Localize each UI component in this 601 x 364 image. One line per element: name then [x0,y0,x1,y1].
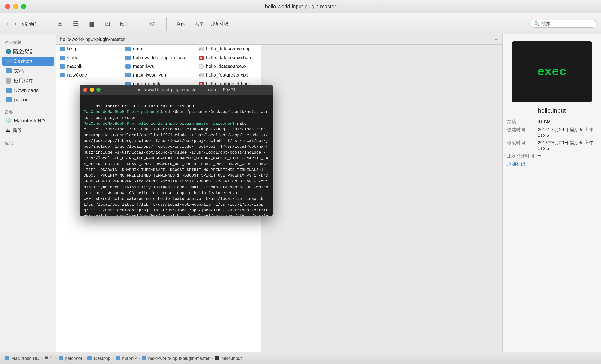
column-view-button[interactable]: ▦ [85,20,99,28]
terminal-window[interactable]: hello-world-input-plugin-master — -bash … [80,85,272,216]
view-group: ⊞ ☰ ▦ ⊡ 显示 [53,20,131,28]
new-volume-icon: ⏏ [6,128,10,133]
list-item[interactable]: mapnikwsaliyun › [122,71,195,79]
sidebar-item-downloads[interactable]: Downloads [2,86,54,95]
close-button[interactable] [5,4,10,9]
minimize-button[interactable] [13,4,18,9]
list-item[interactable]: h hello_datasource.hpp [195,53,261,62]
list-item[interactable]: mapnikws › [122,62,195,71]
cover-flow-button[interactable]: ⊡ [101,20,115,28]
forward-button[interactable]: › [12,19,18,29]
h-file-icon: h [199,56,204,60]
list-item[interactable]: hello_datasource.o [195,62,261,71]
sidebar-item-new-volume[interactable]: ⏏ 新卷 [2,125,54,135]
meta-label-size: 文稿 [507,118,538,125]
paiconor-folder-icon [6,97,12,102]
meta-label-modified: 修改时间 [507,140,538,151]
add-icon[interactable]: ＋ [494,36,499,42]
sidebar-item-macintosh-hd[interactable]: 💿 Macintosh HD [2,116,54,125]
list-item[interactable]: Code [56,53,122,62]
user-folder-sm-icon [59,356,63,360]
meta-row-modified: 修改时间 2018年6月29日 星期五 上午11:46 [507,140,596,151]
meta-value-modified: 2018年6月29日 星期五 上午11:46 [538,140,596,151]
terminal-titlebar: hello-world-input-plugin-master — -bash … [80,85,272,95]
meta-label-opened: 上次打开时间 [507,153,538,159]
list-item[interactable]: blog [56,45,122,53]
sidebar-item-documents[interactable]: 文稿 [2,66,54,76]
chevron-right-icon: › [190,56,192,60]
macintosh-hd-icon: 💿 [6,118,11,124]
preview-pane: exec hello.input 文稿 41 KB 创建时间 2018年6月29… [502,34,601,352]
folder-icon [125,73,131,77]
folder-icon [125,56,131,60]
search-box[interactable]: 🔍 [531,20,596,28]
list-item[interactable]: newCode [56,71,122,79]
window-controls [5,4,26,9]
plugin-folder-sm-icon [142,356,146,360]
terminal-title: hello-world-input-plugin-master — -bash … [103,87,269,92]
folder-icon [60,64,65,69]
title-bar: hello-world-input-plugin-master [0,0,601,13]
sidebar-item-applications[interactable]: 应用程序 [2,76,54,86]
list-item[interactable]: data › [122,45,195,53]
terminal-maximize-button[interactable] [96,88,100,92]
sidebar-item-airdrop[interactable]: 隔空投送 [2,47,54,56]
search-input[interactable] [541,21,593,26]
devices-header: 设备 [0,108,56,116]
folder-icon [125,64,131,69]
sidebar-item-paiconor[interactable]: paiconor [2,95,54,104]
hello-input-sm-icon [215,356,220,360]
terminal-minimize-button[interactable] [90,88,94,92]
status-bar: Macintosh HD › 用户 › paiconor › Desktop ›… [0,352,601,364]
airdrop-icon [6,49,11,54]
path-bar: hello-world-input-plugin-master ＋ [56,34,502,45]
terminal-cmd-2: make c++ -c -I/usr/local/include -I/usr/… [84,121,268,216]
icon-view-icon: ⊞ [57,20,62,28]
terminal-prompt-2: PaiConordeMacBook-Pro:hello-world-input-… [84,121,235,126]
meta-row-size: 文稿 41 KB [507,118,596,125]
list-view-icon: ☰ [73,20,79,28]
terminal-close-button[interactable] [83,88,87,92]
mapnik-folder-sm-icon [116,356,120,360]
desktop-folder-icon [6,59,12,63]
list-item[interactable]: c+ hello_datasource.cpp [195,45,261,53]
icon-view-button[interactable]: ⊞ [53,20,67,28]
folder-icon [60,73,65,77]
list-item[interactable]: mapnik [56,62,122,71]
sidebar-item-desktop[interactable]: Desktop [2,57,54,66]
arrange-button[interactable]: 排列 [145,21,159,27]
status-breadcrumb: Macintosh HD › 用户 › paiconor › Desktop ›… [5,355,242,361]
folder-icon [125,47,131,51]
tags-header: 标记 [0,139,56,147]
sep1 [46,17,46,31]
desktop-folder-sm-icon [87,356,92,360]
addtag-button[interactable]: 添加标记 [211,21,228,27]
chevron-right-icon: › [190,47,192,51]
cover-flow-icon: ⊡ [105,20,110,28]
search-icon: 🔍 [534,21,540,27]
share-button[interactable]: 共享 [192,21,207,27]
terminal-body[interactable]: Last login: Fri Jun 29 10:32:07 on ttys0… [80,95,272,216]
nav-label-btn: 向后/向前 [20,21,39,27]
folder-icon [60,56,65,60]
macintosh-hd-sm-icon [5,356,10,360]
list-item[interactable]: hello-world-i...lugin-master › [122,53,195,62]
meta-row-created: 创建时间 2018年6月29日 星期五 上午11:46 [507,127,596,138]
back-button[interactable]: ‹ [5,19,10,29]
o-file-icon [199,64,204,69]
nav-group: ‹ › 向后/向前 [5,19,39,29]
terminal-content: Last login: Fri Jun 29 10:32:07 on ttys0… [93,104,194,108]
path-title: hello-world-input-plugin-master [60,37,125,42]
display-button[interactable]: 显示 [117,21,131,27]
window-title: hello-world-input-plugin-master [265,3,336,10]
sidebar: 个人收藏 隔空投送 Desktop 文稿 应用程序 Downloads paic… [0,34,56,352]
list-item[interactable]: c+ hello_featureset.cpp [195,71,261,79]
sep2 [138,17,138,31]
meta-label-created: 创建时间 [507,127,538,138]
add-tag-link[interactable]: 添加标记... [507,161,596,167]
applications-icon [6,78,11,84]
action-button[interactable]: 操作 [174,21,188,27]
maximize-button[interactable] [21,4,26,9]
preview-metadata: 文稿 41 KB 创建时间 2018年6月29日 星期五 上午11:46 修改时… [507,118,596,167]
list-view-button[interactable]: ☰ [69,20,83,28]
